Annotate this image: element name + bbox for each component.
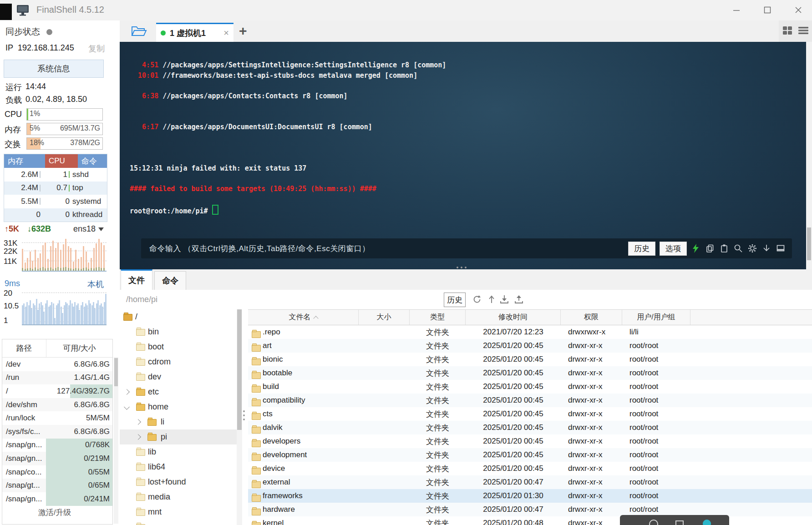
disk-col-path[interactable]: 路径: [2, 339, 46, 357]
chevron-right-icon[interactable]: [135, 419, 141, 425]
interface-selector[interactable]: ens18: [73, 224, 104, 234]
tab-files[interactable]: 文件: [121, 269, 152, 290]
disk-row[interactable]: /127.4G/392.7G: [2, 384, 112, 398]
disk-row[interactable]: /snap/gn...0/241M: [2, 492, 112, 506]
close-button[interactable]: [788, 3, 808, 17]
vertical-splitter-handle[interactable]: [243, 410, 245, 420]
file-row[interactable]: device文件夹2025/01/20 00:45drwxr-xr-xroot/…: [248, 462, 812, 475]
tree-item[interactable]: dev: [120, 369, 237, 384]
tree-item[interactable]: lib: [120, 444, 237, 459]
process-col-mem[interactable]: 内存: [4, 154, 45, 168]
copy-ip-button[interactable]: 复制: [88, 43, 105, 54]
process-col-cpu[interactable]: CPU: [45, 154, 78, 168]
disk-row[interactable]: /run1.4G/1.4G: [2, 371, 112, 385]
file-row[interactable]: art文件夹2025/01/20 00:45drwxr-xr-xroot/roo…: [248, 339, 812, 353]
disk-scrollbar[interactable]: [114, 357, 118, 524]
process-row[interactable]: 00kthreadd: [4, 208, 107, 222]
quick-command-icon[interactable]: [691, 243, 701, 253]
connection-manager-button[interactable]: [129, 24, 149, 40]
chevron-right-icon[interactable]: [135, 434, 141, 440]
download-icon[interactable]: [498, 293, 510, 305]
tree-item[interactable]: pi: [120, 429, 237, 444]
disk-row[interactable]: /sys/fs/c...6.8G/6.8G: [2, 425, 112, 439]
window-mode-icon[interactable]: [776, 243, 786, 253]
download-arrow-icon[interactable]: [761, 243, 771, 253]
copy-icon[interactable]: [705, 243, 715, 253]
file-row[interactable]: compatibility文件夹2025/01/20 00:45drwxr-xr…: [248, 394, 812, 407]
terminal-scrollbar[interactable]: [806, 42, 812, 269]
tree-item[interactable]: lost+found: [120, 475, 237, 490]
chevron-down-icon[interactable]: [124, 404, 130, 410]
tab-close-icon[interactable]: ×: [223, 28, 229, 38]
process-row[interactable]: 2.6M1sshd: [4, 168, 107, 182]
file-row[interactable]: developers文件夹2025/01/20 00:45drwxr-xr-xr…: [248, 434, 812, 448]
col-type[interactable]: 类型: [410, 310, 466, 325]
paste-icon[interactable]: [719, 243, 729, 253]
file-row[interactable]: .repo文件夹2021/07/20 12:23drwxrwxr-xli/li: [248, 325, 812, 339]
horizontal-splitter-handle[interactable]: [457, 267, 467, 268]
col-filename[interactable]: 文件名: [248, 310, 359, 325]
disk-row[interactable]: /snap/gn...0/768K: [2, 439, 112, 452]
activate-upgrade-link[interactable]: 激活/升级: [0, 507, 109, 518]
process-row[interactable]: 2.4M0.7top: [4, 182, 107, 195]
tab-vm1[interactable]: 1 虚拟机1 ×: [156, 23, 233, 42]
options-button[interactable]: 选项: [660, 242, 687, 256]
disk-col-size[interactable]: 可用/大小: [46, 343, 112, 353]
tree-item[interactable]: [120, 520, 237, 525]
col-size[interactable]: 大小: [359, 310, 410, 325]
file-row[interactable]: cts文件夹2025/01/20 00:45drwxr-xr-xroot/roo…: [248, 407, 812, 421]
tree-item[interactable]: home: [120, 399, 237, 414]
file-row[interactable]: bootable文件夹2025/01/20 00:45drwxr-xr-xroo…: [248, 366, 812, 380]
path-input[interactable]: /home/pi: [126, 295, 157, 304]
file-row[interactable]: external文件夹2025/01/20 00:47drwxr-xr-xroo…: [248, 475, 812, 489]
tree-item[interactable]: mnt: [120, 505, 237, 520]
disk-table-header[interactable]: 路径 可用/大小: [2, 339, 112, 358]
tree-item[interactable]: media: [120, 490, 237, 505]
chevron-right-icon[interactable]: [124, 389, 130, 395]
layout-grid-icon[interactable]: [782, 25, 793, 38]
transfer-popup[interactable]: [620, 515, 729, 525]
up-directory-icon[interactable]: [486, 293, 497, 305]
path-history-button[interactable]: 历史: [444, 293, 466, 307]
terminal[interactable]: 4:51 //packages/apps/SettingsIntelligenc…: [120, 42, 806, 269]
disk-row[interactable]: /dev/shm6.8G/6.8G: [2, 398, 112, 412]
file-row[interactable]: bionic文件夹2025/01/20 00:45drwxr-xr-xroot/…: [248, 353, 812, 366]
disk-row[interactable]: /snap/gn...0/219M: [2, 452, 112, 465]
file-row[interactable]: build文件夹2025/01/20 00:45drwxr-xr-xroot/r…: [248, 380, 812, 394]
refresh-icon[interactable]: [471, 293, 483, 305]
file-row[interactable]: development文件夹2025/01/20 00:45drwxr-xr-x…: [248, 448, 812, 462]
disk-row[interactable]: /dev6.8G/6.8G: [2, 358, 112, 371]
maximize-button[interactable]: [757, 3, 777, 17]
history-button[interactable]: 历史: [628, 242, 655, 256]
tree-item[interactable]: etc: [120, 384, 237, 399]
tree-item[interactable]: bin: [120, 324, 237, 339]
minimize-button[interactable]: [726, 3, 746, 17]
file-row[interactable]: dalvik文件夹2025/01/20 00:45drwxr-xr-xroot/…: [248, 421, 812, 434]
tree-scrollbar[interactable]: [237, 309, 242, 525]
command-input-hint[interactable]: 命令输入 （双击Ctrl切换,Alt历史,Tab路径/命令,Esc关闭窗口）: [149, 243, 370, 254]
menu-icon[interactable]: [797, 25, 809, 38]
process-row[interactable]: 5.5M0systemd: [4, 195, 107, 208]
upload-icon[interactable]: [513, 293, 525, 305]
disk-row[interactable]: /snap/gt...0/65M: [2, 479, 112, 492]
process-table-header[interactable]: 内存 CPU 命令: [4, 154, 107, 168]
new-tab-button[interactable]: +: [239, 23, 247, 39]
col-owner[interactable]: 用户/用户组: [622, 310, 690, 325]
tree-item[interactable]: /: [120, 309, 237, 324]
system-info-button[interactable]: 系统信息: [4, 60, 104, 78]
command-input-bar[interactable]: 命令输入 （双击Ctrl切换,Alt历史,Tab路径/命令,Esc关闭窗口） 历…: [141, 238, 792, 258]
tree-item[interactable]: cdrom: [120, 354, 237, 369]
gear-icon[interactable]: [747, 243, 757, 253]
disk-row[interactable]: /run/lock5M/5M: [2, 411, 112, 425]
disk-row[interactable]: /snap/co...0/55M: [2, 465, 112, 479]
tree-item[interactable]: lib64: [120, 459, 237, 475]
col-mtime[interactable]: 修改时间: [466, 310, 561, 325]
process-col-cmd[interactable]: 命令: [78, 154, 107, 168]
col-perm[interactable]: 权限: [561, 310, 622, 325]
tab-commands[interactable]: 命令: [154, 271, 186, 290]
tree-item[interactable]: boot: [120, 339, 237, 354]
tree-item[interactable]: li: [120, 414, 237, 429]
file-row[interactable]: frameworks文件夹2025/01/20 01:30drwxr-xr-xr…: [248, 489, 812, 503]
search-icon[interactable]: [733, 243, 743, 253]
file-row[interactable]: hardware文件夹2025/01/20 00:47drwxr-xr-xroo…: [248, 503, 812, 516]
